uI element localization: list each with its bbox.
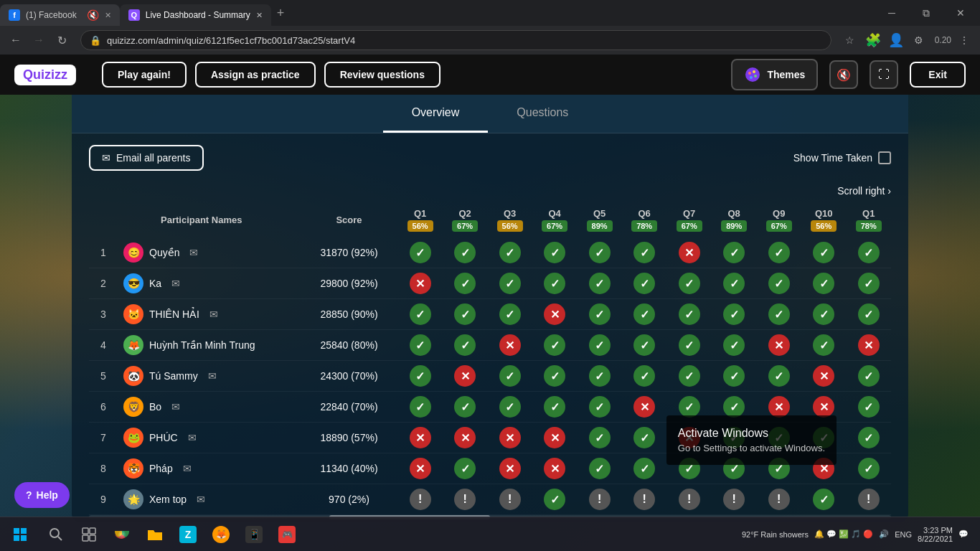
svg-rect-14 (90, 535, 95, 541)
bookmark-icon[interactable]: ☆ (840, 30, 860, 50)
score-cell: 29800 (92%) (301, 268, 398, 299)
q1-result: ✓ (397, 361, 443, 392)
email-icon[interactable]: ✉ (183, 463, 192, 474)
quizizz-logo[interactable]: Quizizz (14, 65, 76, 85)
menu-button[interactable]: ⋮ (954, 30, 974, 50)
q11-result: ✕ (846, 330, 891, 361)
email-all-parents-button[interactable]: ✉ Email all parents (89, 145, 204, 171)
taskbar-app7[interactable]: 🎮 (271, 520, 303, 549)
start-button[interactable] (6, 522, 34, 547)
avatar: 🐼 (123, 366, 143, 386)
address-bar[interactable]: 🔒 quizizz.com/admin/quiz/6121f5ec1cf7bc0… (80, 30, 831, 50)
forward-button[interactable]: → (29, 30, 49, 50)
svg-rect-8 (21, 535, 27, 541)
themes-button[interactable]: Themes (731, 59, 818, 90)
email-icon[interactable]: ✉ (188, 432, 197, 443)
tab-questions[interactable]: Questions (488, 95, 597, 133)
rank-cell: 1 (89, 237, 118, 268)
minimize-button[interactable]: ─ (875, 0, 908, 26)
result-circle: ✓ (633, 303, 655, 325)
help-button[interactable]: ? Help (14, 482, 70, 508)
result-circle: ✓ (768, 303, 790, 325)
q1-result: ✕ (397, 423, 443, 453)
email-icon[interactable]: ✉ (171, 278, 180, 289)
q7-header: Q7 67% (666, 202, 712, 237)
score-cell: 25840 (80%) (301, 330, 398, 361)
taskbar-file-explorer[interactable] (139, 520, 171, 549)
q6-result: ✓ (622, 423, 667, 453)
email-icon[interactable]: ✉ (189, 247, 198, 258)
back-button[interactable]: ← (6, 30, 26, 50)
q11-result: ✓ (846, 299, 891, 330)
taskbar-chrome[interactable] (106, 520, 138, 549)
email-icon[interactable]: ✉ (197, 494, 205, 505)
result-circle: ✕ (813, 365, 834, 387)
rank-header (89, 202, 118, 237)
q4-header: Q4 67% (532, 202, 578, 237)
email-icon[interactable]: ✉ (208, 370, 217, 382)
result-circle: ✓ (633, 458, 655, 479)
refresh-button[interactable]: ↻ (52, 30, 72, 50)
weather-info: 92°F Rain showers (742, 530, 809, 539)
result-circle: ✓ (679, 334, 700, 356)
table-row: 1 😊 Quyền ✉ 31870 (92%)✓✓✓✓✓✓✕✓✓✓✓ (89, 237, 891, 268)
participant-name-cell: 🦊 Huỳnh Trần Minh Trung (118, 330, 301, 361)
score-cell: 11340 (40%) (301, 453, 398, 484)
email-icon[interactable]: ✉ (171, 401, 180, 413)
svg-rect-6 (21, 528, 27, 534)
browser-tab-facebook[interactable]: f (1) Facebook 🔇 ✕ (0, 4, 120, 26)
participant-name-cell: 🐼 Tú Sammy ✉ (118, 361, 301, 392)
tab2-close[interactable]: ✕ (256, 11, 263, 20)
result-circle: ✕ (410, 273, 431, 294)
result-circle: ✓ (454, 273, 476, 294)
show-time-checkbox[interactable] (878, 151, 891, 164)
q3-result: ✕ (487, 330, 532, 361)
tab1-close[interactable]: ✕ (105, 11, 111, 20)
result-circle: ✓ (633, 427, 655, 448)
q1-result: ✕ (397, 268, 443, 299)
svg-point-1 (748, 72, 751, 75)
email-icon[interactable]: ✉ (209, 309, 218, 320)
q5-result: ✓ (577, 453, 622, 484)
participant-name-cell: 🐱 THIÊN HẢI ✉ (118, 299, 301, 330)
result-circle: ✕ (858, 334, 880, 356)
q5-result: ✓ (577, 268, 622, 299)
result-circle: ✓ (679, 365, 700, 387)
taskbar-search[interactable] (40, 520, 72, 549)
close-button[interactable]: ✕ (944, 0, 977, 26)
result-circle: ✓ (679, 273, 700, 294)
fullscreen-button[interactable]: ⛶ (870, 60, 898, 89)
taskbar-app5[interactable]: 🦊 (205, 520, 237, 549)
rank-cell: 7 (89, 423, 118, 453)
settings-icon[interactable]: ⚙ (909, 30, 929, 50)
taskbar-task-view[interactable] (73, 520, 105, 549)
result-circle: ✓ (499, 303, 521, 325)
notification-icon[interactable]: 💬 (958, 529, 969, 539)
q6-result: ✓ (622, 361, 667, 392)
review-questions-button[interactable]: Review questions (324, 62, 440, 88)
result-circle: ✓ (858, 396, 880, 418)
assign-practice-button[interactable]: Assign as practice (195, 62, 316, 88)
result-circle: ✕ (454, 427, 476, 448)
tab-overview[interactable]: Overview (383, 95, 489, 133)
result-circle: ✓ (858, 365, 880, 387)
restore-button[interactable]: ⧉ (910, 0, 943, 26)
taskbar-app4[interactable]: Z (172, 520, 204, 549)
new-tab-button[interactable]: + (271, 6, 291, 21)
result-circle: ✕ (544, 303, 565, 325)
q6-result: ✓ (622, 330, 667, 361)
themes-icon (744, 66, 761, 83)
volume-button[interactable]: 🔇 (829, 60, 858, 89)
extension-icon[interactable]: 🧩 (863, 30, 883, 50)
taskbar-volume[interactable]: 🔊 (879, 529, 889, 539)
scroll-right-button[interactable]: Scroll right › (72, 182, 908, 202)
rank-cell: 5 (89, 361, 118, 392)
play-again-button[interactable]: Play again! (102, 62, 187, 88)
taskbar-app6[interactable]: 📱 (238, 520, 270, 549)
result-circle: ✓ (723, 273, 745, 294)
q8-result: ✓ (712, 237, 757, 268)
participant-name-cell: 🦁 Bo ✉ (118, 392, 301, 423)
browser-tab-quizizz[interactable]: Q Live Dashboard - Summary ✕ (120, 4, 271, 26)
exit-button[interactable]: Exit (910, 62, 966, 88)
profile-icon[interactable]: 👤 (886, 30, 906, 50)
